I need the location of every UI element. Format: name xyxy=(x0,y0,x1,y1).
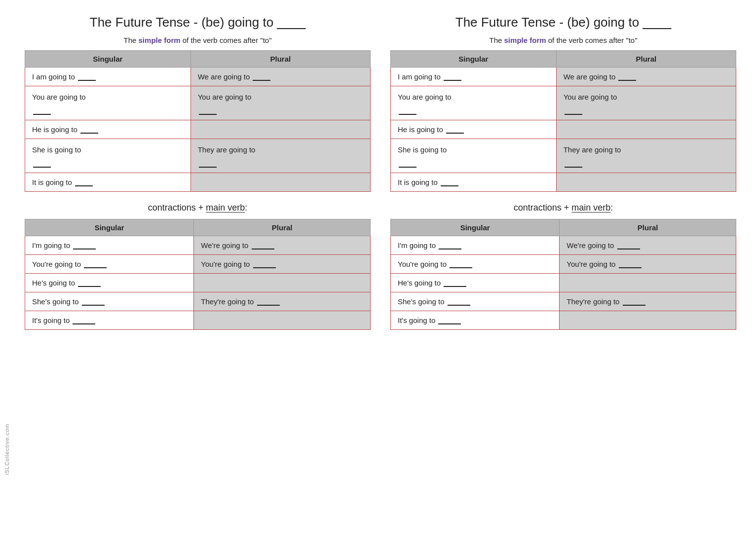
blank xyxy=(446,133,464,134)
blank xyxy=(78,286,101,287)
left-t1-r4-p: They are going to xyxy=(190,139,370,173)
right-t1-r2-p: You are going to xyxy=(556,86,736,120)
right-t1-r3-p xyxy=(556,120,736,139)
left-t2-r5-p xyxy=(194,311,371,330)
blank xyxy=(450,267,472,268)
blank xyxy=(619,267,642,268)
watermark: iSLCollective.com xyxy=(4,424,10,475)
left-t2-r1-s: I'm going to xyxy=(25,236,194,255)
blank xyxy=(73,323,95,324)
table-row: I'm going to We're going to xyxy=(391,236,736,255)
blank xyxy=(33,167,51,168)
blank xyxy=(84,267,107,268)
right-t1-r4-p: They are going to xyxy=(556,139,736,173)
right-main-verb: main verb xyxy=(571,203,610,213)
right-title: The Future Tense - (be) going to ____ xyxy=(455,15,671,30)
blank xyxy=(444,80,461,81)
blank xyxy=(444,286,466,287)
left-table2: Singular Plural I'm going to We're going… xyxy=(25,219,371,330)
left-t2-r4-s: She's going to xyxy=(25,292,194,311)
table-row: You are going to You are going to xyxy=(25,86,371,120)
blank xyxy=(565,114,582,115)
left-t1-r4-s: She is going to xyxy=(25,139,191,173)
right-section-label: contractions + main verb: xyxy=(514,203,613,213)
table-row: She is going to They are going to xyxy=(25,139,371,173)
left-t1-r3-s: He is going to xyxy=(25,120,191,139)
left-t1-r1-s: I am going to xyxy=(25,68,191,86)
right-table2: Singular Plural I'm going to We're going… xyxy=(390,219,736,330)
table-row: She's going to They're going to xyxy=(391,292,736,311)
left-t1-r5-s: It is going to xyxy=(25,173,191,192)
table-row: You are going to You are going to xyxy=(391,86,736,120)
right-t2-r1-s: I'm going to xyxy=(391,236,560,255)
right-t2-r1-p: We're going to xyxy=(560,236,736,255)
right-title-blank: ____ xyxy=(643,15,671,30)
blank xyxy=(618,80,636,81)
blank xyxy=(438,323,461,324)
right-t1-r5-p xyxy=(556,173,736,192)
blank xyxy=(199,167,217,168)
right-t1-r1-p: We are going to xyxy=(556,68,736,86)
right-t2-r4-p: They're going to xyxy=(560,292,736,311)
right-t2-r2-s: You're going to xyxy=(391,255,560,274)
table-row: It's going to xyxy=(391,311,736,330)
blank xyxy=(441,185,458,186)
right-t1-r3-s: He is going to xyxy=(391,120,557,139)
blank xyxy=(257,305,280,306)
right-t1-header-plural: Plural xyxy=(556,51,736,68)
blank xyxy=(73,249,96,249)
right-t2-r5-p xyxy=(560,311,736,330)
left-half: The Future Tense - (be) going to ____ Th… xyxy=(25,15,371,341)
table-row: I am going to We are going to xyxy=(25,68,371,86)
left-t2-r2-p: You're going to xyxy=(194,255,371,274)
left-subtitle: The simple form of the verb comes after … xyxy=(124,36,272,44)
right-t1-r4-s: She is going to xyxy=(391,139,557,173)
table-row: I am going to We are going to xyxy=(391,68,736,86)
left-t2-r3-s: He's going to xyxy=(25,274,194,292)
left-t2-r1-p: We're going to xyxy=(194,236,371,255)
blank xyxy=(565,167,582,168)
right-t1-header-singular: Singular xyxy=(391,51,557,68)
right-table1: Singular Plural I am going to We are goi… xyxy=(390,50,736,192)
right-t2-r2-p: You're going to xyxy=(560,255,736,274)
left-t2-header-plural: Plural xyxy=(194,219,371,236)
table-row: He is going to xyxy=(391,120,736,139)
table-row: You're going to You're going to xyxy=(25,255,371,274)
blank xyxy=(399,167,416,168)
table-row: It is going to xyxy=(391,173,736,192)
left-main-verb: main verb xyxy=(206,203,245,213)
right-t2-r3-p xyxy=(560,274,736,292)
right-subtitle: The simple form of the verb comes after … xyxy=(490,36,638,44)
table-row: It's going to xyxy=(25,311,371,330)
right-simple-form: simple form xyxy=(504,36,546,44)
table-row: He is going to xyxy=(25,120,371,139)
left-table1: Singular Plural I am going to We are goi… xyxy=(25,50,371,192)
blank xyxy=(80,133,98,134)
left-t2-header-singular: Singular xyxy=(25,219,194,236)
blank xyxy=(253,267,276,268)
table-row: He's going to xyxy=(25,274,371,292)
right-t2-header-plural: Plural xyxy=(560,219,736,236)
table-row: She's going to They're going to xyxy=(25,292,371,311)
table-row: I'm going to We're going to xyxy=(25,236,371,255)
left-section-label: contractions + main verb: xyxy=(148,203,248,213)
left-title: The Future Tense - (be) going to ____ xyxy=(90,15,305,30)
blank xyxy=(448,305,470,306)
left-t1-r5-p xyxy=(190,173,370,192)
blank xyxy=(617,249,640,249)
right-t1-r1-s: I am going to xyxy=(391,68,557,86)
blank xyxy=(75,185,93,186)
left-t1-header-plural: Plural xyxy=(190,51,370,68)
table-row: You're going to You're going to xyxy=(391,255,736,274)
blank xyxy=(623,305,645,306)
left-t2-r2-s: You're going to xyxy=(25,255,194,274)
table-row: She is going to They are going to xyxy=(391,139,736,173)
right-t2-r5-s: It's going to xyxy=(391,311,560,330)
left-simple-form: simple form xyxy=(139,36,181,44)
left-t2-r4-p: They're going to xyxy=(194,292,371,311)
right-t1-r5-s: It is going to xyxy=(391,173,557,192)
page-container: The Future Tense - (be) going to ____ Th… xyxy=(0,0,756,356)
table-row: It is going to xyxy=(25,173,371,192)
right-t2-r3-s: He's going to xyxy=(391,274,560,292)
blank xyxy=(399,114,416,115)
